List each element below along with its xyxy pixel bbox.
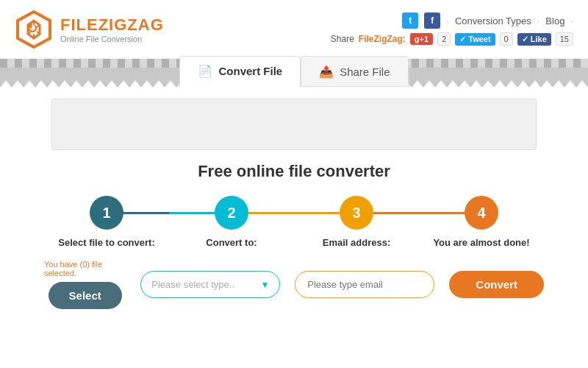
step-3-label: Email address: bbox=[323, 237, 391, 248]
step-3: 3 Email address: bbox=[294, 196, 419, 248]
step-1-circle: 1 bbox=[90, 196, 123, 230]
steps-row: 1 Select file to convert: 2 Convert to: … bbox=[15, 196, 573, 248]
convert-control: Convert bbox=[449, 271, 544, 298]
step-4-label: You are almost done! bbox=[433, 237, 529, 248]
logo-text: FILEZIGZAG Online File Conversion bbox=[60, 15, 164, 43]
step-2-label: Convert to: bbox=[206, 237, 257, 248]
like-button[interactable]: ✓ Like bbox=[517, 33, 551, 46]
step-3-circle: 3 bbox=[340, 196, 373, 230]
logo-brand: FILEZIGZAG bbox=[60, 15, 164, 35]
blog-link[interactable]: Blog bbox=[545, 15, 564, 26]
select-file-control: You have (0) file selected. Select bbox=[44, 260, 126, 309]
convert-tab-label: Convert File bbox=[218, 65, 282, 77]
share-row: Share FileZigZag: g+1 2 ✓ Tweet 0 ✓ Like… bbox=[331, 32, 573, 46]
logo-area: ↻ FILEZIGZAG Online File Conversion bbox=[15, 10, 164, 49]
brand-name: FileZigZag: bbox=[359, 34, 406, 44]
step-2: 2 Convert to: bbox=[169, 196, 294, 248]
ad-banner bbox=[51, 99, 537, 150]
header-nav: t f · Conversion Types · Blog · bbox=[402, 13, 573, 29]
step-1: 1 Select file to convert: bbox=[44, 196, 169, 248]
logo-tagline: Online File Conversion bbox=[60, 35, 164, 43]
tweet-count: 0 bbox=[500, 32, 513, 46]
step-1-label: Select file to convert: bbox=[58, 237, 154, 248]
logo-brand-part1: FILE bbox=[60, 15, 98, 34]
file-count-text: You have (0) file selected. bbox=[44, 260, 126, 277]
logo-icon: ↻ bbox=[15, 10, 53, 49]
email-control bbox=[295, 271, 434, 298]
select-button[interactable]: Select bbox=[49, 282, 122, 309]
step-2-circle: 2 bbox=[215, 196, 248, 230]
chevron-down-icon: ▼ bbox=[260, 280, 269, 290]
dropdown-placeholder: Please select type.. bbox=[151, 279, 234, 290]
tabs-container: 📄 Convert File 📤 Share File bbox=[179, 56, 408, 87]
tweet-button[interactable]: ✓ Tweet bbox=[455, 33, 495, 46]
step-4: 4 You are almost done! bbox=[419, 196, 544, 248]
twitter-nav-icon[interactable]: t bbox=[402, 13, 418, 29]
file-count: (0) bbox=[80, 260, 90, 269]
email-input[interactable] bbox=[295, 271, 434, 298]
google-count: 2 bbox=[437, 32, 451, 46]
zigzag-banner: 📄 Convert File 📤 Share File bbox=[0, 59, 588, 87]
header-right: t f · Conversion Types · Blog · Share Fi… bbox=[331, 13, 573, 46]
step-4-circle: 4 bbox=[465, 196, 498, 230]
tab-share[interactable]: 📤 Share File bbox=[301, 56, 408, 87]
google-plus-button[interactable]: g+1 bbox=[410, 33, 433, 45]
main-content: Free online file converter 1 Select file… bbox=[0, 99, 588, 324]
convert-tab-icon: 📄 bbox=[198, 64, 212, 78]
share-tab-icon: 📤 bbox=[319, 65, 334, 79]
convert-button[interactable]: Convert bbox=[449, 271, 544, 298]
logo-brand-part2: ZIGZAG bbox=[98, 15, 164, 34]
svg-text:↻: ↻ bbox=[26, 21, 37, 36]
controls-row: You have (0) file selected. Select Pleas… bbox=[15, 260, 573, 309]
header: ↻ FILEZIGZAG Online File Conversion t f … bbox=[0, 0, 588, 59]
facebook-nav-icon[interactable]: f bbox=[424, 13, 440, 29]
convert-to-control: Please select type.. ▼ bbox=[140, 271, 280, 298]
type-dropdown[interactable]: Please select type.. ▼ bbox=[140, 271, 280, 298]
like-count: 15 bbox=[556, 32, 573, 46]
share-label: Share bbox=[331, 34, 354, 44]
conversion-types-link[interactable]: Conversion Types bbox=[455, 15, 531, 26]
section-title: Free online file converter bbox=[15, 162, 573, 181]
tab-convert[interactable]: 📄 Convert File bbox=[179, 56, 301, 87]
share-tab-label: Share File bbox=[340, 66, 390, 78]
